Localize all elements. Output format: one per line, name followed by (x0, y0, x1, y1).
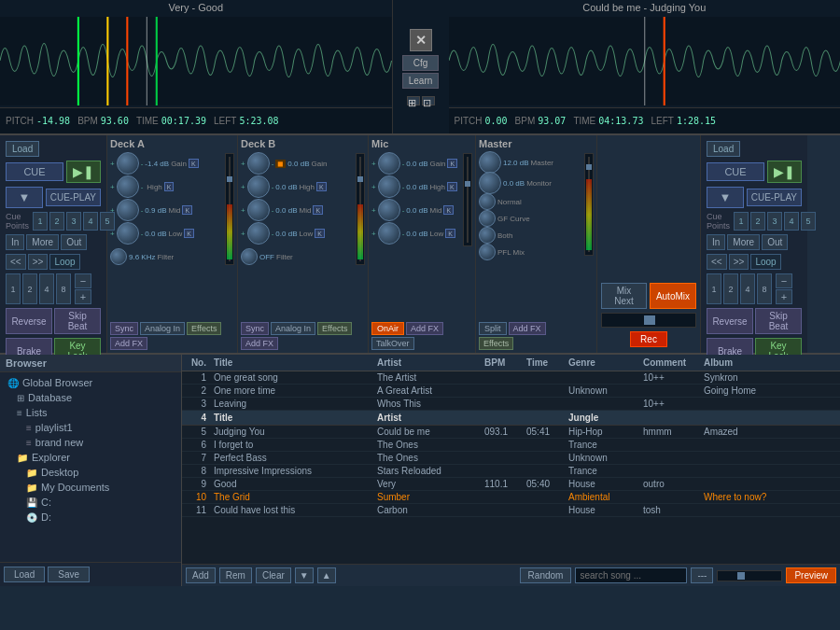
deck-a-sync[interactable]: Sync (110, 322, 138, 335)
up-arrow-button[interactable]: ▲ (317, 567, 336, 583)
down-arrow-button[interactable]: ▼ (295, 567, 314, 583)
browser-explorer[interactable]: 📁 Explorer (0, 450, 181, 465)
mic-high-k[interactable]: K (447, 182, 457, 191)
cfg-button[interactable]: Cfg (402, 55, 440, 71)
zoom-icon[interactable]: ⊞ (407, 96, 420, 105)
mic-gain-k[interactable]: K (447, 159, 457, 168)
left-cue-button[interactable]: CUE (6, 162, 63, 181)
header-time[interactable]: Time (523, 357, 565, 368)
deck-a-mid-knob[interactable] (117, 199, 139, 221)
right-cue-point-1[interactable]: 1 (734, 212, 749, 231)
deck-b-low-k[interactable]: K (315, 229, 325, 238)
browser-load-button[interactable]: Load (4, 567, 45, 582)
browser-brand-new[interactable]: ≡ brand new (0, 435, 181, 450)
left-skip-beat-button[interactable]: Skip Beat (54, 308, 101, 334)
left-play-button[interactable]: ▶❚ (66, 161, 101, 183)
right-plus-button[interactable]: + (776, 289, 792, 304)
master-add-fx[interactable]: Add FX (509, 322, 546, 335)
preview-button[interactable]: Preview (786, 567, 836, 583)
browser-my-documents[interactable]: 📁 My Documents (0, 480, 181, 495)
header-title[interactable]: Title (210, 357, 373, 368)
right-skip-beat-button[interactable]: Skip Beat (755, 308, 802, 334)
table-row[interactable]: 7Perfect BassThe OnesUnknown (182, 452, 840, 465)
right-next-arrow[interactable]: >> (729, 254, 749, 270)
right-num-8[interactable]: 8 (757, 273, 772, 304)
table-row[interactable]: 8Impressive ImpressionsStars ReloadedTra… (182, 465, 840, 478)
left-num-4[interactable]: 4 (39, 273, 54, 304)
deck-a-mid-k[interactable]: K (182, 205, 192, 215)
browser-d-drive[interactable]: 💿 D: (0, 510, 181, 525)
header-bpm[interactable]: BPM (481, 357, 523, 368)
table-row[interactable]: 10The GridSumberAmbientalWhere to now? (182, 491, 840, 504)
deck-b-high-k[interactable]: K (316, 182, 327, 191)
left-cue-play-button[interactable]: CUE-PLAY (46, 189, 101, 206)
deck-a-low-k[interactable]: K (184, 229, 194, 238)
mic-low-knob[interactable] (378, 222, 400, 245)
right-play-button[interactable]: ▶❚ (767, 161, 802, 183)
deck-a-low-knob[interactable] (117, 222, 139, 245)
table-row[interactable]: 5Judging YouCould be me093.105:41Hip-Hop… (182, 426, 840, 439)
left-next-arrow[interactable]: >> (28, 254, 49, 270)
mic-gain-knob[interactable] (378, 152, 400, 175)
deck-b-effects[interactable]: Effects (317, 322, 352, 335)
header-no[interactable]: No. (182, 357, 210, 368)
header-album[interactable]: Album (700, 357, 803, 368)
right-minus-button[interactable]: − (776, 273, 792, 288)
right-cue-play-button[interactable]: CUE-PLAY (747, 189, 802, 206)
right-num-2[interactable]: 2 (723, 273, 738, 304)
left-more-button[interactable]: More (26, 234, 59, 250)
right-more-button[interactable]: More (727, 234, 760, 250)
deck-b-fader[interactable] (356, 153, 365, 265)
table-row[interactable]: 1One great songThe Artist10++Synkron (182, 371, 840, 385)
deck-a-analog-in[interactable]: Analog In (140, 322, 185, 335)
deck-a-effects[interactable]: Effects (187, 322, 221, 335)
right-cue-point-3[interactable]: 3 (767, 212, 782, 231)
table-row[interactable]: 3LeavingWhos This10++ (182, 398, 840, 411)
right-cue-point-2[interactable]: 2 (750, 212, 765, 231)
mic-add-fx[interactable]: Add FX (406, 322, 443, 335)
deck-b-filter-knob[interactable] (241, 248, 258, 265)
close-button[interactable]: ✕ (410, 29, 432, 51)
learn-button[interactable]: Learn (402, 73, 440, 89)
mini-slider[interactable] (717, 570, 782, 581)
left-num-2[interactable]: 2 (22, 273, 37, 304)
mic-talkover[interactable]: TalkOver (371, 337, 414, 350)
right-out-button[interactable]: Out (762, 234, 788, 250)
both-knob[interactable] (479, 227, 496, 244)
deck-b-low-knob[interactable] (247, 222, 270, 245)
right-load-button[interactable]: Load (707, 141, 740, 157)
mic-high-knob[interactable] (378, 175, 400, 198)
mix-next-button[interactable]: Mix Next (601, 283, 647, 309)
expand-icon[interactable]: ⊡ (422, 96, 435, 105)
left-out-button[interactable]: Out (61, 234, 87, 250)
deck-b-analog-in[interactable]: Analog In (271, 322, 315, 335)
deck-a-gain-k[interactable]: K (189, 159, 199, 168)
left-cue-point-1[interactable]: 1 (33, 212, 48, 231)
deck-a-high-k[interactable]: K (164, 182, 175, 191)
search-input[interactable] (575, 567, 687, 583)
master-fader[interactable] (584, 153, 594, 256)
left-prev-arrow[interactable]: << (6, 254, 26, 270)
mic-mid-k[interactable]: K (443, 205, 454, 215)
header-comment[interactable]: Comment (639, 357, 700, 368)
mic-low-k[interactable]: K (445, 229, 455, 238)
automix-button[interactable]: AutoMix (650, 283, 696, 309)
master-effects[interactable]: Effects (479, 337, 513, 350)
deck-a-filter-knob[interactable] (110, 248, 127, 265)
deck-a-high-knob[interactable] (117, 175, 139, 198)
deck-b-gain-knob[interactable] (247, 152, 270, 175)
right-down-arrow-button[interactable]: ▼ (707, 187, 744, 208)
gf-curve-knob[interactable] (479, 210, 496, 227)
table-row[interactable]: 2One more timeA Great ArtistUnknownGoing… (182, 385, 840, 398)
browser-database[interactable]: ⊞ Database (0, 390, 181, 405)
right-prev-arrow[interactable]: << (707, 254, 727, 270)
random-button[interactable]: Random (520, 567, 572, 583)
header-genre[interactable]: Genre (565, 357, 639, 368)
table-row[interactable]: 11Could have lost thisCarbonHousetosh (182, 504, 840, 517)
left-cue-point-4[interactable]: 4 (83, 212, 98, 231)
crossfader-slider[interactable] (601, 313, 696, 328)
pfl-mix-knob[interactable] (479, 244, 496, 260)
table-row[interactable]: 6I forget toThe OnesTrance (182, 439, 840, 452)
add-button[interactable]: Add (186, 567, 216, 583)
right-cue-button[interactable]: CUE (707, 162, 764, 181)
